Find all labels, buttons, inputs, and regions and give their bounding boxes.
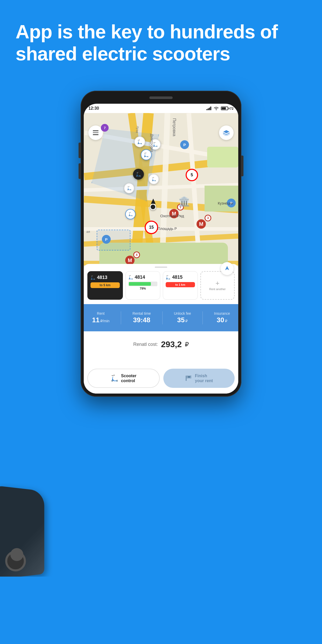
rental-cost-value: 293,2 — [161, 340, 182, 349]
scooter-control-button[interactable]: 🛴 Scootercontrol — [87, 369, 160, 388]
speed-limit-15: 15 — [145, 221, 158, 234]
phone-speaker — [149, 96, 173, 99]
unlock-fee-item: Unlock fee 35 ₽ — [174, 311, 191, 324]
svg-rect-3 — [210, 107, 211, 110]
building-icon: 🏛️ — [178, 196, 190, 207]
finish-rent-label: Finishyour rent — [195, 373, 213, 383]
card-badge-4814: 79% — [128, 287, 158, 290]
divider-1 — [121, 311, 121, 324]
scooter-cards-row: 🛴 4813 to 5 km 🛴 4814 79% — [87, 271, 235, 300]
battery-value: 72 — [230, 107, 234, 110]
rent-another-label: Rent another — [209, 288, 226, 291]
wifi-icon — [214, 107, 219, 110]
phone-device: 12:30 — [81, 91, 241, 397]
battery-icon: 72 — [221, 107, 234, 110]
rent-label: Rent — [97, 311, 105, 316]
scooter-control-label: Scootercontrol — [121, 373, 137, 383]
action-buttons-row: 🛴 Scootercontrol Finishyour rent — [87, 369, 235, 388]
status-icons: 72 — [206, 107, 234, 110]
svg-rect-0 — [206, 109, 207, 110]
menu-badge: 7 — [101, 124, 109, 132]
finish-rent-icon — [185, 375, 192, 382]
map-label-ohot: Охотный Ряд — [160, 214, 184, 218]
scooter-marker-7[interactable]: 🛴 — [125, 209, 136, 219]
phone-screen: 12:30 — [84, 104, 238, 394]
speed-limit-5: 5 — [186, 169, 198, 181]
nav-marker — [150, 199, 156, 210]
map-area[interactable]: 🛴 🛴 🛴 🛴 🛴 🛴 🛴 5 15 М 1 М 3 М — [84, 113, 238, 289]
scooter-bg-silhouette — [0, 483, 57, 577]
status-time: 12:30 — [88, 106, 99, 111]
rental-info-row: Rent 11 ₽/min Rental time 39:48 Unlock f… — [84, 304, 238, 331]
card-scooter-icon-3: 🛴 — [166, 275, 171, 280]
menu-line-1 — [93, 130, 99, 131]
drag-handle[interactable] — [155, 267, 167, 268]
menu-line-3 — [93, 134, 99, 135]
scooter-card-4813[interactable]: 🛴 4813 to 5 km — [87, 271, 123, 300]
rental-time-label: Rental time — [132, 311, 151, 316]
parking-marker-1: P — [180, 140, 189, 149]
hero-title: App is the key to hundreds of shared ele… — [16, 21, 306, 65]
rental-time-item: Rental time 39:48 — [132, 311, 151, 324]
add-plus-icon: + — [215, 280, 219, 286]
card-scooter-icon-1: 🛴 — [90, 275, 95, 280]
location-icon — [224, 265, 230, 272]
status-bar: 12:30 — [84, 104, 238, 113]
scooter-control-icon: 🛴 — [111, 375, 118, 382]
signal-icon — [206, 107, 212, 110]
scooter-card-4815[interactable]: 🛴 4815 to 1 km — [163, 271, 198, 300]
metro-num-3: 4 — [133, 251, 140, 258]
map-label-petrovka: Петровка — [172, 113, 177, 136]
card-battery-bar-4814 — [128, 282, 158, 286]
metro-marker-3: М — [125, 256, 135, 265]
svg-rect-1 — [208, 108, 209, 110]
rent-another-card[interactable]: + Rent another — [200, 271, 235, 300]
unlock-label: Unlock fee — [174, 311, 191, 316]
layers-icon — [223, 130, 230, 136]
map-label-aya: ая — [86, 230, 90, 234]
map-label-kuznetski: Кузнецки — [218, 201, 233, 205]
unlock-value: 35 — [177, 316, 185, 324]
divider-2 — [162, 311, 163, 324]
menu-line-2 — [93, 132, 99, 133]
card-number-4814: 4814 — [135, 275, 145, 280]
map-label-ploschad: Площадь Р — [158, 227, 177, 231]
rental-cost-label: Renatl cost: — [133, 342, 158, 347]
layer-button[interactable] — [219, 125, 234, 140]
insurance-label: Insurance — [214, 311, 230, 316]
card-badge-4815: to 1 km — [166, 282, 195, 287]
metro-num-2: 3 — [205, 215, 211, 221]
divider-3 — [202, 311, 203, 324]
scooter-card-4814[interactable]: 🛴 4814 79% — [125, 271, 160, 300]
card-number-4813: 4813 — [97, 275, 107, 280]
speed-value-5: 5 — [191, 173, 193, 177]
scooter-marker-5[interactable]: 🛴 — [149, 174, 159, 184]
card-badge-4813: to 5 km — [90, 282, 120, 288]
svg-rect-4 — [186, 376, 187, 381]
volume-button — [79, 143, 81, 158]
insurance-value: 30 — [217, 316, 224, 324]
rent-info-item: Rent 11 ₽/min — [92, 311, 109, 324]
scooter-marker-6[interactable]: 🛴 — [124, 183, 134, 193]
rent-unit: ₽/min — [100, 319, 109, 323]
card-scooter-icon-2: 🛴 — [128, 275, 133, 280]
rent-value: 11 — [92, 316, 100, 324]
insurance-unit: ₽ — [225, 319, 227, 323]
finish-rent-button[interactable]: Finishyour rent — [163, 369, 235, 388]
scooter-marker-1[interactable]: 🛴 — [134, 136, 145, 147]
rental-time-value: 39:48 — [133, 316, 150, 324]
bottom-panel: 🛴 4813 to 5 km 🛴 4814 79% — [84, 264, 238, 394]
location-button[interactable] — [221, 262, 234, 275]
rental-cost-currency: ₽ — [185, 341, 189, 348]
rental-cost-row: Renatl cost: 293,2 ₽ — [84, 336, 238, 353]
scooter-marker-active[interactable]: 🛴 — [133, 169, 144, 180]
power-button — [241, 156, 243, 176]
map-label-dmitrovka: Дмитровка — [150, 134, 154, 152]
insurance-item: Insurance 30 ₽ — [214, 311, 230, 324]
speed-value-15: 15 — [149, 225, 154, 230]
unlock-unit: ₽ — [185, 319, 188, 323]
card-number-4815: 4815 — [172, 275, 183, 280]
svg-rect-2 — [209, 108, 210, 110]
parking-zone — [97, 230, 130, 250]
metro-marker-2: М — [197, 219, 206, 229]
